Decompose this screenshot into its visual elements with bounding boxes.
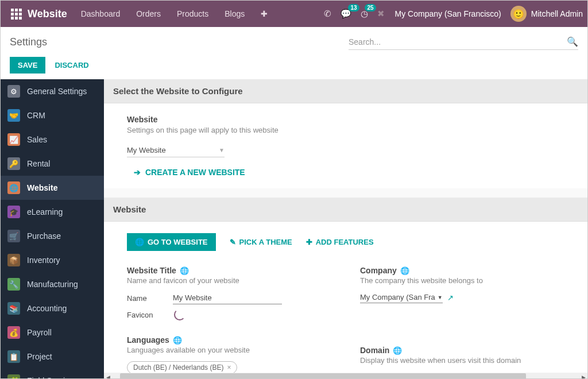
language-tag[interactable]: Dutch (BE) / Nederlands (BE)× (127, 361, 237, 374)
page-title: Settings (10, 36, 47, 48)
messaging-icon[interactable]: 💬13 (341, 9, 351, 19)
sidebar-item-payroll[interactable]: 💰Payroll (1, 320, 104, 345)
nav-dashboard[interactable]: Dashboard (81, 9, 121, 18)
handshake-icon: 🤝 (7, 109, 20, 122)
section-select-head: Select the Website to Configure (104, 79, 587, 103)
company-value: My Company (San Fra (360, 293, 435, 301)
side-label: Rental (27, 159, 50, 168)
activities-icon[interactable]: ◷25 (361, 9, 368, 19)
nav-blogs[interactable]: Blogs (225, 9, 245, 18)
section-website-head: Website (104, 198, 587, 222)
scroll-thumb[interactable] (120, 373, 526, 379)
globe-icon: 🌐 (393, 346, 402, 355)
nav-icons: ✆ 💬13 ◷25 ✖ (324, 9, 385, 19)
side-label: CRM (27, 111, 45, 120)
discard-button[interactable]: DISCARD (55, 61, 88, 69)
puzzle-icon: 🧩 (7, 374, 20, 379)
company-heading: Company🌐 (360, 266, 564, 275)
debug-icon[interactable]: ✖ (377, 9, 385, 19)
favicon-preview[interactable] (174, 309, 185, 320)
brand-title[interactable]: Website (28, 8, 67, 20)
sidebar-item-elearning[interactable]: 🎓eLearning (1, 200, 104, 224)
scroll-left-icon[interactable]: ◀ (104, 374, 112, 379)
company-select[interactable]: My Company (San Fra▼ (360, 292, 443, 303)
company-selector[interactable]: My Company (San Francisco) (395, 9, 501, 18)
side-label: Project (27, 352, 52, 361)
domain-desc: Display this website when users visit th… (360, 356, 564, 365)
nav-products[interactable]: Products (177, 9, 208, 18)
section-website-body: 🌐GO TO WEBSITE ✎PICK A THEME ✚ADD FEATUR… (104, 222, 587, 379)
box-icon: 📦 (7, 254, 20, 266)
action-row: SAVE DISCARD (1, 57, 587, 79)
side-label: eLearning (27, 207, 63, 216)
sidebar-item-sales[interactable]: 📈Sales (1, 127, 104, 152)
side-label: Manufacturing (27, 280, 78, 289)
cart-icon: 🛒 (7, 230, 20, 242)
username: Mitchell Admin (531, 9, 583, 18)
cap-icon: 🎓 (7, 206, 20, 218)
scroll-track[interactable] (120, 373, 571, 379)
side-label: Field Service (27, 376, 74, 379)
plus-icon: ✚ (306, 238, 312, 246)
globe-icon: 🌐 (400, 266, 409, 275)
external-link-icon[interactable]: ↗ (447, 293, 454, 302)
apps-icon[interactable] (11, 9, 22, 20)
side-label: Payroll (27, 328, 52, 337)
save-button[interactable]: SAVE (10, 57, 45, 74)
remove-icon[interactable]: × (227, 363, 231, 372)
sidebar-item-rental[interactable]: 🔑Rental (1, 152, 104, 176)
nav-orders[interactable]: Orders (136, 9, 161, 18)
content-area[interactable]: Select the Website to Configure Website … (104, 79, 587, 379)
sidebar-item-website[interactable]: 🌐Website (1, 176, 104, 200)
side-label: Purchase (27, 231, 61, 241)
messaging-badge: 13 (348, 4, 359, 11)
create-website-link[interactable]: ➔ CREATE A NEW WEBSITE (134, 168, 564, 177)
horizontal-scrollbar[interactable]: ◀ ▶ (104, 373, 587, 379)
chevron-down-icon: ▼ (438, 295, 443, 300)
sidebar-item-inventory[interactable]: 📦Inventory (1, 248, 104, 272)
website-title-heading: Website Title🌐 (127, 266, 331, 275)
name-row: Name (127, 292, 331, 304)
sidebar-item-fieldservice[interactable]: 🧩Field Service (1, 369, 104, 379)
side-label: Accounting (27, 304, 67, 313)
scroll-right-icon[interactable]: ▶ (579, 374, 587, 379)
sidebar-item-manufacturing[interactable]: 🔧Manufacturing (1, 272, 104, 296)
languages-heading: Languages🌐 (127, 335, 331, 345)
pick-theme-button[interactable]: ✎PICK A THEME (230, 238, 292, 246)
website-select-value: My Website (127, 146, 166, 154)
phone-icon[interactable]: ✆ (324, 9, 331, 19)
website-title-desc: Name and favicon of your website (127, 276, 331, 285)
go-to-website-button[interactable]: 🌐GO TO WEBSITE (127, 233, 216, 251)
sidebar-item-project[interactable]: 📋Project (1, 345, 104, 369)
domain-heading: Domain🌐 (360, 346, 564, 355)
sidebar[interactable]: ⚙General Settings 🤝CRM 📈Sales 🔑Rental 🌐W… (1, 79, 104, 379)
top-nav: Website Dashboard Orders Products Blogs … (1, 1, 587, 27)
search-icon[interactable]: 🔍 (567, 36, 578, 47)
create-website-label: CREATE A NEW WEBSITE (145, 168, 245, 177)
add-features-button[interactable]: ✚ADD FEATURES (306, 238, 374, 246)
favicon-row: Favicon (127, 309, 331, 320)
sidebar-item-accounting[interactable]: 📚Accounting (1, 296, 104, 320)
sidebar-item-purchase[interactable]: 🛒Purchase (1, 224, 104, 248)
user-menu[interactable]: 🙂 Mitchell Admin (510, 6, 583, 22)
left-column: Website Title🌐 Name and favicon of your … (127, 266, 331, 379)
side-label: General Settings (27, 87, 87, 96)
side-label: Website (27, 183, 57, 192)
globe-icon: 🌐 (135, 238, 144, 246)
favicon-label: Favicon (127, 311, 173, 319)
section-select-body: Website Settings on this page will apply… (104, 103, 587, 188)
book-icon: 📚 (7, 302, 20, 315)
company-desc: The company this website belongs to (360, 276, 564, 285)
main: ⚙General Settings 🤝CRM 📈Sales 🔑Rental 🌐W… (1, 79, 587, 379)
avatar-icon: 🙂 (510, 6, 527, 22)
name-input[interactable] (173, 292, 282, 304)
plus-icon[interactable]: ✚ (261, 9, 268, 18)
sidebar-item-general[interactable]: ⚙General Settings (1, 79, 104, 103)
sidebar-item-crm[interactable]: 🤝CRM (1, 103, 104, 127)
website-select[interactable]: My Website ▼ (127, 144, 225, 157)
website-field-title: Website (127, 115, 564, 124)
add-features-label: ADD FEATURES (316, 238, 374, 246)
website-field-desc: Settings on this page will apply to this… (127, 126, 564, 134)
website-actions: 🌐GO TO WEBSITE ✎PICK A THEME ✚ADD FEATUR… (127, 233, 564, 251)
search-input[interactable] (349, 37, 567, 47)
